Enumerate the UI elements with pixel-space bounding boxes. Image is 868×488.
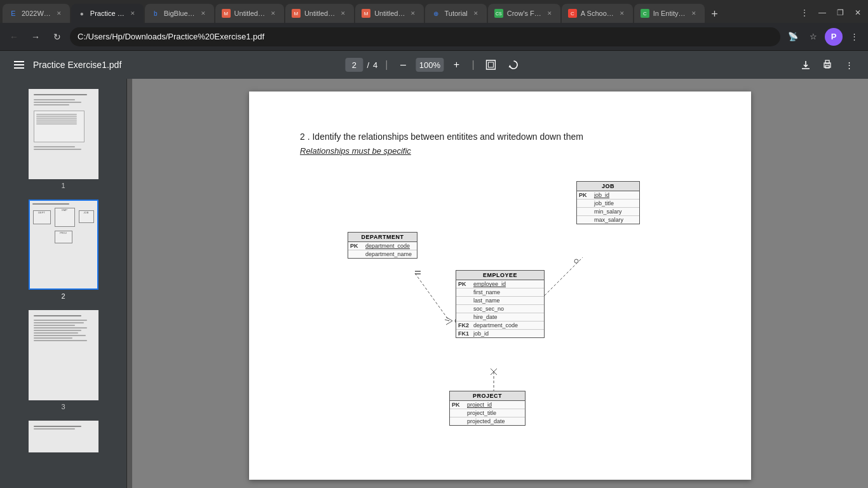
tab-search-button[interactable]: ⋮ <box>797 5 812 20</box>
svg-line-22 <box>491 369 497 375</box>
pdf-toolbar-right: ⋮ <box>797 56 858 74</box>
tab-bar: E 2022W… ✕ ● Practice … ✕ b BigBlue… ✕ M… <box>0 0 868 23</box>
tab-close-untitled6[interactable]: ✕ <box>409 9 417 18</box>
tab-close-tutorial[interactable]: ✕ <box>471 9 480 18</box>
job-minsalary-field: min_salary <box>594 208 622 215</box>
tab-close-crows[interactable]: ✕ <box>545 9 554 18</box>
tab-entity[interactable]: C In Entity… ✕ <box>634 4 705 23</box>
proj-row-date: projected_date <box>450 417 525 425</box>
panel-resize-handle[interactable] <box>127 79 132 488</box>
rotate-button[interactable] <box>505 56 523 74</box>
job-header: JOB <box>577 182 639 191</box>
tab-label-tutorial: Tutorial <box>444 10 467 17</box>
close-window-button[interactable]: ✕ <box>850 5 865 20</box>
tab-favicon-practice: ● <box>78 9 86 18</box>
tab-favicon-untitled5: M <box>292 9 301 18</box>
zoom-input[interactable] <box>416 58 444 72</box>
tab-bigblue[interactable]: b BigBlue… ✕ <box>145 4 214 23</box>
emp-hiredate-field: hire_date <box>473 314 498 320</box>
tab-close-practice[interactable]: ✕ <box>128 9 137 18</box>
question-text: 2 . Identify the relationships between e… <box>300 130 700 144</box>
svg-line-11 <box>445 320 449 321</box>
proj-pk-field: project_id <box>467 402 492 408</box>
fit-page-button[interactable] <box>482 56 500 74</box>
tab-close-school[interactable]: ✕ <box>618 9 627 18</box>
tab-label-untitled6: Untitled… <box>374 10 405 17</box>
job-title-field: job_title <box>594 200 614 207</box>
zoom-out-button[interactable]: – <box>395 57 410 72</box>
thumbnail-img-1 <box>29 89 98 179</box>
download-button[interactable] <box>797 56 815 74</box>
tab-crows[interactable]: CS Crow's F… ✕ <box>488 4 560 23</box>
forward-button[interactable]: → <box>27 28 44 46</box>
address-input[interactable] <box>70 27 780 46</box>
proj-date-field: projected_date <box>467 418 505 424</box>
thumbnail-img-4 <box>29 421 98 452</box>
tab-close-bigblue[interactable]: ✕ <box>199 9 208 18</box>
pdf-content: 2 . Identify the relationships between e… <box>132 79 868 488</box>
restore-button[interactable]: ❐ <box>832 5 848 20</box>
tab-favicon-untitled6: M <box>362 9 370 18</box>
settings-button[interactable]: ⋮ <box>845 28 863 46</box>
tab-favicon-untitled4: M <box>222 9 231 18</box>
svg-rect-4 <box>489 62 494 67</box>
tab-bar-controls: ⋮ — ❐ ✕ <box>797 5 865 23</box>
employee-header: EMPLOYEE <box>456 271 544 280</box>
er-table-department: DEPARTMENT PK department_code department… <box>348 232 417 259</box>
more-options-button[interactable]: ⋮ <box>840 56 858 74</box>
tab-label-bigblue: BigBlue… <box>164 10 195 17</box>
tab-school[interactable]: C A Schoo… ✕ <box>562 4 633 23</box>
pdf-menu-button[interactable] <box>10 56 28 74</box>
reload-button[interactable]: ↻ <box>48 28 66 46</box>
tab-close-2022w[interactable]: ✕ <box>55 9 64 18</box>
dept-row-pk: PK department_code <box>348 242 417 250</box>
tab-2022w[interactable]: E 2022W… ✕ <box>3 4 70 23</box>
tab-practice[interactable]: ● Practice … ✕ <box>71 4 144 23</box>
proj-row-pk: PK project_id <box>450 401 525 409</box>
tab-favicon-bigblue: b <box>151 9 160 18</box>
viewer-body: 1 DEPT EMP JOB <box>0 79 868 488</box>
thumbnail-3[interactable]: 3 <box>29 310 98 410</box>
cast-button[interactable]: 📡 <box>784 28 802 46</box>
tab-favicon-crows: CS <box>494 9 503 18</box>
bookmark-button[interactable]: ☆ <box>804 28 822 46</box>
svg-marker-5 <box>509 65 512 67</box>
tab-close-untitled4[interactable]: ✕ <box>269 9 278 18</box>
tab-untitled6[interactable]: M Untitled… ✕ <box>355 4 424 23</box>
emp-deptcode-field: department_code <box>473 322 518 329</box>
svg-line-17 <box>538 257 583 302</box>
job-pk-field: job_id <box>594 192 609 198</box>
tab-tutorial[interactable]: ⊕ Tutorial ✕ <box>425 4 486 23</box>
thumbnail-2[interactable]: DEPT EMP JOB PROJ 2 <box>29 200 98 300</box>
emp-lastname-field: last_name <box>473 297 500 304</box>
pdf-title: Practice Exercise1.pdf <box>33 60 121 70</box>
svg-line-21 <box>491 369 497 375</box>
thumbnail-img-3 <box>29 310 98 400</box>
emp-jobid-field: job_id <box>473 330 489 337</box>
tab-untitled4[interactable]: M Untitled… ✕ <box>215 4 284 23</box>
svg-rect-2 <box>14 67 24 69</box>
emp-row-pk: PK employee_id <box>456 280 544 288</box>
tab-label-practice: Practice … <box>90 10 125 17</box>
er-table-employee: EMPLOYEE PK employee_id first_name <box>456 270 545 338</box>
tab-close-entity[interactable]: ✕ <box>689 9 698 18</box>
pdf-toolbar-center: / 4 | – + | <box>345 56 522 74</box>
tab-untitled5[interactable]: M Untitled… ✕ <box>285 4 354 23</box>
job-row-maxsalary: max_salary <box>577 216 639 224</box>
new-tab-button[interactable]: + <box>706 5 724 23</box>
emp-row-lastname: last_name <box>456 297 544 305</box>
tab-close-untitled5[interactable]: ✕ <box>339 9 348 18</box>
svg-line-10 <box>415 273 449 321</box>
profile-avatar[interactable]: P <box>825 28 843 46</box>
project-header: PROJECT <box>450 391 525 401</box>
page-number-input[interactable] <box>345 58 363 72</box>
tab-favicon-school: C <box>568 9 577 18</box>
zoom-in-button[interactable]: + <box>449 57 464 72</box>
minimize-button[interactable]: — <box>815 5 830 20</box>
thumbnail-4-partial[interactable] <box>29 421 98 452</box>
print-button[interactable] <box>818 56 836 74</box>
thumbnail-1[interactable]: 1 <box>29 89 98 189</box>
dept-name-field: department_name <box>365 251 412 257</box>
dept-name-key <box>350 251 364 257</box>
back-button[interactable]: ← <box>5 28 23 46</box>
